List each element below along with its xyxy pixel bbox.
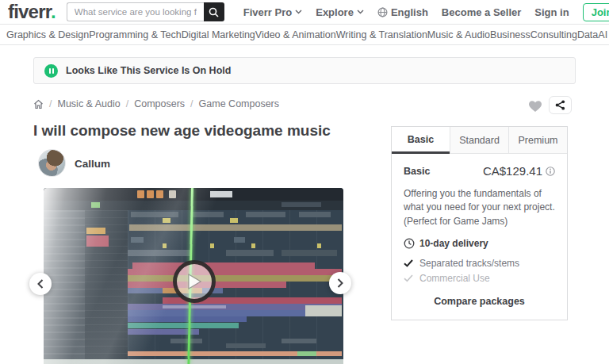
feature-label: Commercial Use [419,273,490,284]
fiverr-logo[interactable]: fiverr. [8,2,56,21]
logo-dot: . [51,1,56,22]
sign-in-label: Sign in [534,6,569,18]
favorite-heart-icon[interactable] [528,100,542,113]
fiverr-gig-page: fiverr. Fiverr Pro Explore English [0,0,609,364]
gallery-prev-button[interactable] [29,273,52,295]
breadcrumb-separator: / [126,98,128,109]
gig-title: I will compose new age videogame music [33,122,331,140]
category-nav: Graphics & Design Programming & Tech Dig… [0,24,609,45]
play-icon [186,273,202,290]
tab-premium[interactable]: Premium [508,127,567,154]
feature-list: Separated tracks/stems Commercial Use [404,258,555,284]
clock-icon [404,238,415,249]
share-button[interactable] [549,96,572,114]
delivery-row: 10-day delivery [404,238,555,249]
menu-become-seller[interactable]: Become a Seller [442,6,521,18]
seller-avatar[interactable] [38,149,66,177]
video-thumbnail[interactable] [44,188,343,364]
tab-standard[interactable]: Standard [450,127,508,154]
logo-text: fiverr [8,1,51,22]
nav-item-ai-services[interactable]: AI Services [598,29,609,40]
explore-label: Explore [316,6,354,18]
feature-label: Separated tracks/stems [419,258,519,269]
service-on-hold-banner: Looks Like This Service Is On Hold [33,57,576,84]
header-menu: Fiverr Pro Explore English Become a Sell… [243,3,609,21]
chevron-down-icon [295,10,302,14]
nav-item-video-animation[interactable]: Video & Animation [255,29,336,40]
tab-basic[interactable]: Basic [392,127,450,154]
pause-icon [44,64,58,78]
home-icon[interactable] [33,99,44,109]
package-tabs: Basic Standard Premium [392,127,567,154]
header: fiverr. Fiverr Pro Explore English [0,0,609,24]
package-card-body: Basic CA$129.41 Offering you the fundame… [392,154,567,320]
package-name: Basic [404,166,430,177]
check-icon-disabled [404,274,413,282]
package-description: Offering you the fundamentals of what yo… [404,187,555,228]
breadcrumb: / Music & Audio / Composers / Game Compo… [33,98,279,109]
join-button[interactable]: Join [583,3,609,21]
nav-item-digital-marketing[interactable]: Digital Marketing [182,29,255,40]
seller-name[interactable]: Callum [75,158,110,170]
language-label: English [391,6,428,18]
menu-sign-in[interactable]: Sign in [534,6,569,18]
chevron-right-icon [337,278,343,288]
gig-gallery [44,188,343,364]
nav-item-data[interactable]: Data [577,29,598,40]
search-button[interactable] [204,2,224,21]
package-card: Basic Standard Premium Basic CA$129.41 O… [391,126,568,320]
breadcrumb-composers[interactable]: Composers [134,98,185,109]
nav-item-writing-translation[interactable]: Writing & Translation [336,29,427,40]
nav-item-business[interactable]: Business [490,29,530,40]
nav-item-programming-tech[interactable]: Programming & Tech [89,29,182,40]
breadcrumb-separator: / [190,98,193,109]
hold-banner-text: Looks Like This Service Is On Hold [66,65,231,76]
nav-item-music-audio[interactable]: Music & Audio [427,29,490,40]
search-input[interactable] [67,2,204,21]
chevron-left-icon [37,279,44,289]
chevron-down-icon [357,10,364,14]
feature-separated-tracks: Separated tracks/stems [404,258,555,269]
menu-explore[interactable]: Explore [316,6,364,18]
price-value: CA$129.41 [483,164,542,178]
share-icon [555,100,565,110]
menu-language[interactable]: English [377,6,428,18]
price-row: Basic CA$129.41 [404,164,555,178]
breadcrumb-separator: / [49,98,52,109]
nav-item-consulting[interactable]: Consulting [530,29,577,40]
search-icon [209,7,219,17]
feature-commercial-use: Commercial Use [404,273,555,284]
globe-icon [377,7,388,17]
package-price: CA$129.41 [483,164,555,178]
breadcrumb-game-composers[interactable]: Game Composers [199,98,279,109]
become-seller-label: Become a Seller [442,6,521,18]
gallery-next-button[interactable] [329,272,351,294]
check-icon [404,259,413,267]
menu-fiverr-pro[interactable]: Fiverr Pro [243,6,302,18]
fiverr-pro-label: Fiverr Pro [243,6,292,18]
compare-packages-link[interactable]: Compare packages [434,296,525,307]
breadcrumb-music-audio[interactable]: Music & Audio [57,98,120,109]
nav-item-graphics-design[interactable]: Graphics & Design [6,29,89,40]
info-icon[interactable] [546,167,555,176]
search-form [67,2,224,21]
delivery-label: 10-day delivery [419,238,488,249]
play-button[interactable] [173,260,216,303]
